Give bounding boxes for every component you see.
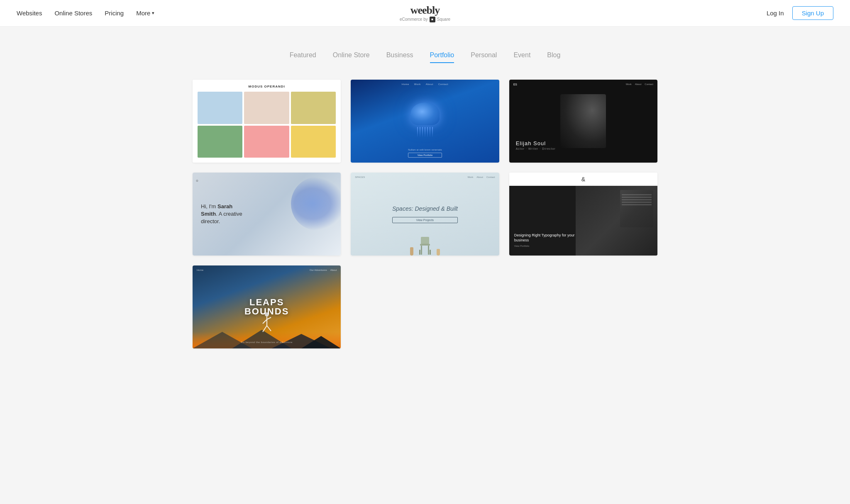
- card-1-title: MODUS OPERANDI: [198, 85, 336, 88]
- template-grid: MODUS OPERANDI Home: [193, 80, 657, 348]
- svg-rect-5: [430, 250, 431, 255]
- ampersand-icon: &: [581, 176, 585, 183]
- press-image: [576, 186, 657, 256]
- template-card-5[interactable]: SPACES WorkAboutContact Spaces: Designed…: [351, 173, 499, 256]
- tab-business[interactable]: Business: [386, 51, 413, 63]
- person-silhouette: [560, 94, 606, 148]
- card-6-bottom: Designing Right Typography for your busi…: [509, 186, 657, 256]
- jellyfish-illustration: [408, 102, 442, 140]
- card-3-text: Elijah Soul Actor · Writer · Director: [516, 140, 556, 150]
- chevron-down-icon: ▾: [152, 10, 154, 16]
- signup-button[interactable]: Sign Up: [792, 6, 833, 20]
- nav-pricing[interactable]: Pricing: [105, 10, 124, 17]
- card-6-text: Designing Right Typography for your busi…: [514, 233, 581, 247]
- card-7-title: LEAPS BOUNDS: [244, 298, 289, 316]
- tab-personal[interactable]: Personal: [471, 51, 497, 63]
- tab-featured[interactable]: Featured: [290, 51, 316, 63]
- header: Websites Online Stores Pricing More ▾ we…: [0, 0, 850, 27]
- card-1-grid: [198, 92, 336, 158]
- card-4-text: Hi, I'm SarahSmith. A creativedirector.: [201, 203, 332, 226]
- tab-blog[interactable]: Blog: [547, 51, 560, 63]
- template-card-2[interactable]: Home Work About Contact: [351, 80, 499, 163]
- svg-rect-3: [428, 246, 429, 255]
- template-card-3[interactable]: ES WorkAboutContact Elijah Soul Actor · …: [509, 80, 657, 163]
- card-3-nav: ES WorkAboutContact: [509, 83, 657, 86]
- template-card-4[interactable]: ⊙ Hi, I'm SarahSmith. A creativedirector…: [193, 173, 341, 256]
- square-badge: ■: [430, 17, 435, 22]
- card-2-nav: Home Work About Contact: [351, 83, 499, 85]
- tab-portfolio[interactable]: Portfolio: [430, 51, 454, 63]
- login-button[interactable]: Log In: [767, 10, 784, 17]
- card-7-subtitle: Go beyond the boundaries of adventure: [241, 341, 293, 343]
- category-tabs: Featured Online Store Business Portfolio…: [193, 51, 657, 63]
- card-7-thumbnail: Home Our AdventuresAbout LEAPS BOUNDS Go…: [193, 265, 341, 348]
- svg-rect-4: [419, 250, 420, 255]
- nav-online-stores[interactable]: Online Stores: [54, 10, 92, 17]
- tab-online-store[interactable]: Online Store: [333, 51, 370, 63]
- card-4-thumbnail: ⊙ Hi, I'm SarahSmith. A creativedirector…: [193, 173, 341, 256]
- logo-text: weebly: [400, 4, 450, 17]
- card-5-content: Spaces: Designed & Built View Projects: [392, 205, 458, 223]
- card-2-cta: Nullam at velit lorem venenatis View Por…: [408, 149, 442, 158]
- card-3-thumbnail: ES WorkAboutContact Elijah Soul Actor · …: [509, 80, 657, 163]
- svg-line-14: [263, 326, 267, 332]
- template-card-6[interactable]: & HomeWorkAboutContact: [509, 173, 657, 256]
- svg-line-13: [267, 317, 271, 319]
- svg-rect-0: [421, 237, 429, 244]
- card-5-thumbnail: SPACES WorkAboutContact Spaces: Designed…: [351, 173, 499, 256]
- card-4-nav: ⊙: [196, 176, 198, 183]
- svg-rect-2: [421, 246, 422, 255]
- tab-event[interactable]: Event: [513, 51, 530, 63]
- nav-websites[interactable]: Websites: [17, 10, 42, 17]
- template-card-1[interactable]: MODUS OPERANDI: [193, 80, 341, 163]
- svg-line-15: [267, 326, 271, 331]
- nav-more[interactable]: More ▾: [136, 10, 154, 17]
- main-nav: Websites Online Stores Pricing More ▾: [17, 10, 154, 17]
- logo-subtitle: eCommerce by ■ Square: [400, 17, 450, 22]
- card-6-thumbnail: & HomeWorkAboutContact: [509, 173, 657, 256]
- card-6-header: &: [509, 173, 657, 186]
- main-content: Featured Online Store Business Portfolio…: [176, 27, 674, 382]
- template-card-7[interactable]: Home Our AdventuresAbout LEAPS BOUNDS Go…: [193, 265, 341, 348]
- card-1-thumbnail: MODUS OPERANDI: [193, 80, 341, 163]
- svg-rect-1: [420, 244, 430, 246]
- card-7-nav: Home Our AdventuresAbout: [193, 269, 341, 271]
- header-actions: Log In Sign Up: [767, 6, 833, 20]
- logo: weebly eCommerce by ■ Square: [400, 4, 450, 22]
- card-5-nav: SPACES WorkAboutContact: [351, 176, 499, 178]
- card-2-thumbnail: Home Work About Contact: [351, 80, 499, 163]
- furniture-illustration: [410, 235, 440, 256]
- svg-line-12: [263, 319, 267, 324]
